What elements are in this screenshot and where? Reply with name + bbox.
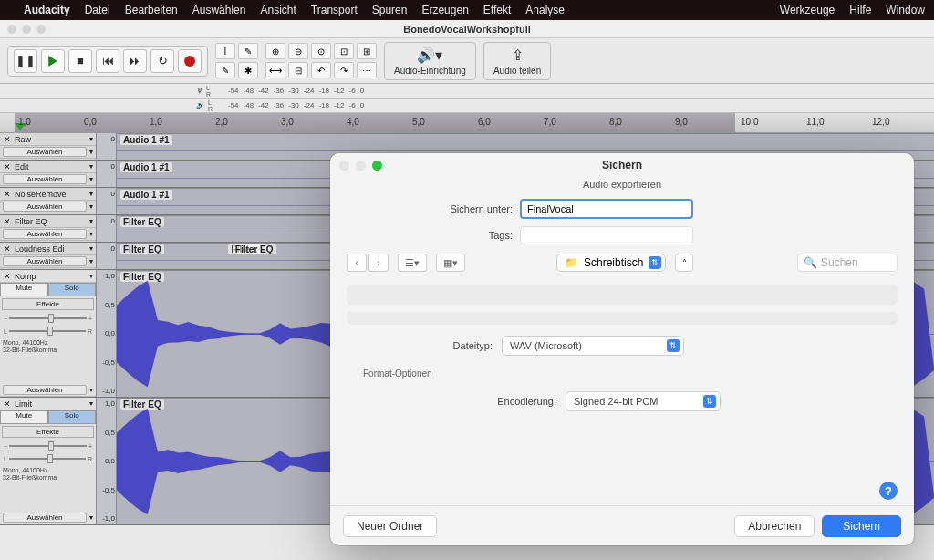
select-button[interactable]: Auswählen — [3, 202, 87, 212]
zoom-sel-icon[interactable]: ⊙ — [311, 43, 331, 59]
menu-werkzeuge[interactable]: Werkzeuge — [780, 4, 835, 16]
zoom-toggle-icon[interactable]: ⊞ — [357, 43, 377, 59]
file-browser-strip[interactable] — [347, 285, 898, 305]
close-track-icon[interactable]: ✕ — [3, 399, 12, 409]
solo-button[interactable]: Solo — [48, 283, 97, 296]
mute-button[interactable]: Mute — [0, 410, 48, 424]
redo-icon[interactable]: ↷ — [334, 62, 354, 78]
menu-effekt[interactable]: Effekt — [483, 4, 511, 16]
view-grid-button[interactable]: ▦▾ — [436, 254, 465, 272]
track-name[interactable]: Loudness Edi — [15, 244, 87, 254]
menu-transport[interactable]: Transport — [311, 4, 358, 16]
track-name[interactable]: Limit — [15, 399, 87, 409]
menu-hilfe[interactable]: Hilfe — [849, 4, 871, 16]
view-list-button[interactable]: ☰▾ — [398, 254, 427, 272]
record-meter[interactable]: 🎙LR -54-48-42-36-30-24-18-12-60 — [0, 84, 934, 99]
effects-button[interactable]: Effekte — [2, 426, 94, 438]
zoom-fit-icon[interactable]: ⊡ — [334, 43, 354, 59]
pan-slider[interactable]: LR — [0, 325, 96, 337]
menu-window[interactable]: Window — [886, 4, 925, 16]
trim-icon[interactable]: ⟷ — [265, 62, 285, 78]
chevron-down-icon[interactable]: ▾ — [89, 217, 93, 225]
track-name[interactable]: Raw — [15, 135, 87, 144]
clip-label[interactable]: Audio 1 #1 — [120, 135, 172, 145]
chevron-down-icon[interactable]: ▾ — [89, 230, 93, 238]
cancel-button[interactable]: Abbrechen — [734, 515, 815, 537]
gain-slider[interactable]: −+ — [0, 440, 96, 452]
audio-share-button[interactable]: ⇪ Audio teilen — [483, 42, 551, 80]
menu-spuren[interactable]: Spuren — [372, 4, 408, 16]
select-button[interactable]: Auswählen — [3, 229, 87, 239]
clip-label[interactable]: Filter EQ — [120, 244, 164, 254]
close-track-icon[interactable]: ✕ — [3, 190, 12, 199]
dlg-min-icon[interactable] — [356, 161, 366, 171]
close-track-icon[interactable]: ✕ — [3, 244, 12, 254]
select-button[interactable]: Auswählen — [3, 256, 87, 266]
help-button[interactable]: ? — [879, 482, 898, 500]
pan-slider[interactable]: LR — [0, 452, 96, 465]
chevron-down-icon[interactable]: ▾ — [89, 162, 93, 171]
chevron-down-icon[interactable]: ▾ — [89, 513, 93, 522]
selection-tool-icon[interactable]: I — [215, 43, 235, 59]
track-name[interactable]: NoiseRemove — [15, 190, 87, 199]
dlg-close-icon[interactable] — [339, 161, 349, 171]
gain-slider[interactable]: −+ — [0, 312, 96, 325]
select-button[interactable]: Auswählen — [3, 147, 87, 157]
chevron-down-icon[interactable]: ▾ — [89, 244, 93, 253]
save-as-input[interactable] — [520, 199, 693, 219]
menu-ansicht[interactable]: Ansicht — [260, 4, 296, 16]
track-name[interactable]: Komp — [15, 272, 87, 281]
pause-button[interactable]: ❚❚ — [14, 49, 37, 73]
close-track-icon[interactable]: ✕ — [3, 217, 12, 226]
stop-button[interactable]: ■ — [68, 49, 92, 73]
zoom-out-icon[interactable]: ⊖ — [288, 43, 308, 59]
mute-button[interactable]: Mute — [0, 283, 48, 296]
solo-button[interactable]: Solo — [48, 410, 97, 424]
save-button[interactable]: Sichern — [822, 515, 901, 537]
clip-label[interactable]: Filter EQ — [120, 217, 164, 227]
menu-datei[interactable]: Datei — [85, 4, 110, 16]
more-icon[interactable]: ⋯ — [357, 62, 377, 78]
chevron-down-icon[interactable]: ▾ — [89, 175, 93, 183]
filetype-select[interactable]: WAV (Microsoft) ⇅ — [502, 336, 684, 356]
chevron-down-icon[interactable]: ▾ — [89, 257, 93, 265]
skip-end-button[interactable]: ⏭ — [123, 49, 147, 73]
envelope-tool-icon[interactable]: ✎ — [238, 43, 258, 59]
play-meter[interactable]: 🔊LR -54-48-42-36-30-24-18-12-60 — [0, 99, 934, 113]
clip-label[interactable]: Audio 1 #1 — [120, 162, 172, 172]
expand-button[interactable]: ˄ — [675, 254, 693, 272]
timeline-ruler[interactable]: 1,00,01,02,03,04,05,06,07,08,09,010,011,… — [0, 113, 934, 133]
effects-button[interactable]: Effekte — [2, 298, 94, 310]
multi-tool-icon[interactable]: ✱ — [238, 62, 258, 78]
select-button[interactable]: Auswählen — [3, 174, 87, 184]
select-button[interactable]: Auswählen — [3, 513, 87, 523]
clip-label[interactable]: Audio 1 #1 — [120, 190, 172, 200]
nav-back-button[interactable]: ‹ — [347, 254, 367, 272]
encoding-select[interactable]: Signed 24-bit PCM ⇅ — [566, 391, 721, 411]
file-browser-strip2[interactable] — [347, 312, 898, 325]
dlg-zoom-icon[interactable] — [372, 161, 382, 171]
chevron-down-icon[interactable]: ▾ — [89, 399, 93, 408]
tags-input[interactable] — [520, 226, 693, 244]
menu-analyse[interactable]: Analyse — [525, 4, 565, 16]
audio-setup-button[interactable]: 🔊▾ Audio-Einrichtung — [384, 42, 476, 80]
track-name[interactable]: Filter EQ — [15, 217, 87, 226]
app-name[interactable]: Audacity — [24, 4, 70, 16]
silence-icon[interactable]: ⊟ — [288, 62, 308, 78]
new-folder-button[interactable]: Neuer Ordner — [343, 515, 437, 537]
chevron-down-icon[interactable]: ▾ — [89, 190, 93, 198]
draw-tool-icon[interactable]: ✎ — [215, 62, 235, 78]
close-track-icon[interactable]: ✕ — [3, 162, 12, 171]
chevron-down-icon[interactable]: ▾ — [89, 272, 93, 280]
close-track-icon[interactable]: ✕ — [3, 135, 12, 144]
play-button[interactable] — [41, 49, 65, 73]
loop-button[interactable]: ↻ — [150, 49, 174, 73]
folder-select[interactable]: 📁 Schreibtisch ⇅ — [556, 254, 666, 272]
track-name[interactable]: Edit — [15, 162, 87, 171]
select-button[interactable]: Auswählen — [3, 385, 87, 395]
chevron-down-icon[interactable]: ▾ — [89, 148, 93, 156]
zoom-in-icon[interactable]: ⊕ — [265, 43, 285, 59]
search-field[interactable]: 🔍 Suchen — [797, 254, 898, 272]
chevron-down-icon[interactable]: ▾ — [89, 202, 93, 211]
close-track-icon[interactable]: ✕ — [3, 272, 12, 281]
